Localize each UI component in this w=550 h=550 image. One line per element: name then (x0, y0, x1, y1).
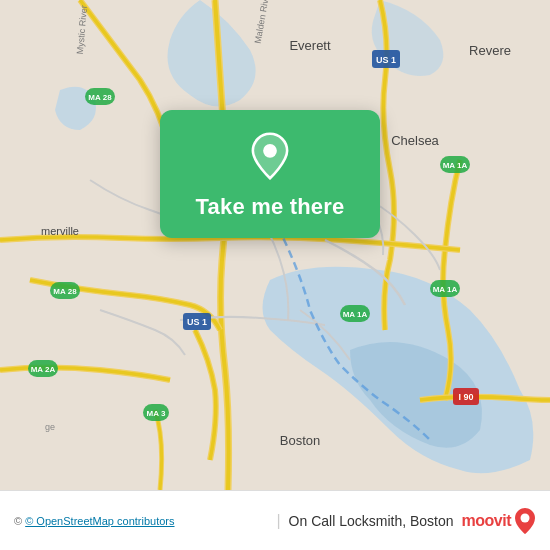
svg-text:MA 3: MA 3 (147, 409, 166, 418)
svg-point-31 (263, 144, 277, 158)
map-svg: US 1 I 93 MA 28 MA 28 MA 1A MA 1A MA 1A … (0, 0, 550, 490)
svg-text:MA 1A: MA 1A (343, 310, 368, 319)
svg-text:MA 28: MA 28 (53, 287, 77, 296)
copyright-text: © © OpenStreetMap contributors (14, 515, 268, 527)
svg-text:MA 2A: MA 2A (31, 365, 56, 374)
business-info: On Call Locksmith, Boston (289, 513, 454, 529)
svg-text:I 90: I 90 (458, 392, 473, 402)
moovit-brand-text: moovit (462, 512, 511, 530)
copyright-symbol: © (14, 515, 25, 527)
svg-text:MA 1A: MA 1A (443, 161, 468, 170)
svg-text:US 1: US 1 (187, 317, 207, 327)
svg-text:MA 1A: MA 1A (433, 285, 458, 294)
svg-text:Revere: Revere (469, 43, 511, 58)
map-area: US 1 I 93 MA 28 MA 28 MA 1A MA 1A MA 1A … (0, 0, 550, 490)
svg-text:Boston: Boston (280, 433, 320, 448)
osm-link[interactable]: © OpenStreetMap contributors (25, 515, 174, 527)
svg-text:Everett: Everett (289, 38, 331, 53)
moovit-pin-icon (514, 507, 536, 535)
svg-text:US 1: US 1 (376, 55, 396, 65)
take-me-there-card[interactable]: Take me there (160, 110, 380, 238)
svg-point-32 (521, 513, 530, 522)
svg-text:Chelsea: Chelsea (391, 133, 439, 148)
moovit-logo: moovit (462, 507, 536, 535)
svg-text:MA 28: MA 28 (88, 93, 112, 102)
footer-divider: | (276, 512, 280, 530)
business-name: On Call Locksmith, Boston (289, 513, 454, 529)
svg-text:ge: ge (45, 422, 55, 432)
footer-bar: © © OpenStreetMap contributors | On Call… (0, 490, 550, 550)
take-me-there-button[interactable]: Take me there (196, 194, 345, 220)
location-pin-icon (246, 132, 294, 180)
svg-text:merville: merville (41, 225, 79, 237)
